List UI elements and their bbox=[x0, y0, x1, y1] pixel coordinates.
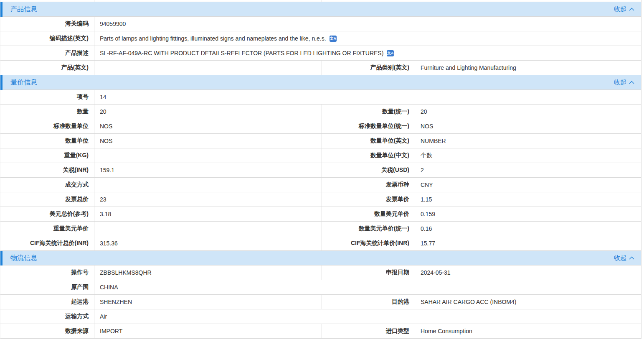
field-label: 发票总价 bbox=[0, 192, 94, 207]
section-title: 量价信息 bbox=[10, 78, 37, 87]
field-value-text: 315.36 bbox=[100, 240, 118, 247]
table-row: 编码描述(英文)Parts of lamps and lighting fitt… bbox=[0, 31, 641, 46]
table-row: 关税(INR)159.1关税(USD)2 bbox=[0, 163, 641, 178]
chevron-up-icon bbox=[629, 8, 634, 11]
field-label: 数量单位(英文) bbox=[322, 134, 415, 148]
collapse-label: 收起 bbox=[614, 79, 626, 87]
table-row: CIF海关统计总价(INR)315.36CIF海关统计单价(INR)15.77 bbox=[0, 236, 641, 251]
field-value: SL-RF-AF-049A-RC WITH PRODUCT DETAILS-RE… bbox=[94, 46, 641, 60]
field-label: 操作号 bbox=[0, 265, 94, 280]
sliver-cell bbox=[322, 0, 415, 2]
table-row: 成交方式发票币种CNY bbox=[0, 178, 641, 192]
customs-record-detail-page: 产品信息 收起 海关编码94059900编码描述(英文)Parts of lam… bbox=[0, 0, 641, 339]
field-label: 产品(英文) bbox=[0, 61, 94, 75]
field-value bbox=[94, 222, 322, 236]
collapse-label: 收起 bbox=[614, 5, 626, 13]
field-label: 数量 bbox=[0, 105, 94, 119]
field-value: 94059900 bbox=[94, 17, 641, 31]
table-row: 项号14 bbox=[0, 90, 641, 105]
field-value-text: 14 bbox=[100, 94, 106, 100]
field-label: 数据来源 bbox=[0, 324, 94, 338]
field-label: 运输方式 bbox=[0, 309, 94, 324]
section-title: 物流信息 bbox=[10, 254, 37, 263]
field-value: 2024-05-31 bbox=[415, 265, 641, 280]
field-value-text: 94059900 bbox=[100, 20, 126, 27]
field-value: 23 bbox=[94, 192, 322, 207]
field-value-text: ZBBSLHKMS8QHR bbox=[100, 269, 152, 276]
collapse-label: 收起 bbox=[614, 254, 626, 262]
section-header-logistics-info: 物流信息 收起 bbox=[0, 251, 641, 265]
field-value: 1.15 bbox=[415, 192, 641, 207]
table-row: 产品描述SL-RF-AF-049A-RC WITH PRODUCT DETAIL… bbox=[0, 46, 641, 61]
field-label: 产品描述 bbox=[0, 46, 94, 60]
field-value: 个数 bbox=[415, 148, 641, 163]
field-label: 发票币种 bbox=[322, 178, 415, 192]
field-value bbox=[94, 148, 322, 163]
section-rows: 项号14数量20数量(统一)20标准数量单位NOS标准数量单位(统一)NOS数量… bbox=[0, 90, 641, 251]
field-value: 0.159 bbox=[415, 207, 641, 221]
section-quantity-price-info: 量价信息 收起 项号14数量20数量(统一)20标准数量单位NOS标准数量单位(… bbox=[0, 75, 641, 251]
field-label: 美元总价(参考) bbox=[0, 207, 94, 221]
field-value: 3.18 bbox=[94, 207, 322, 221]
field-label: 数量单位 bbox=[0, 134, 94, 148]
field-value: SHENZHEN bbox=[94, 295, 322, 309]
table-row: 重量美元单价数量美元单价(统一)0.16 bbox=[0, 222, 641, 236]
table-row: 海关编码94059900 bbox=[0, 17, 641, 31]
field-value: IMPORT bbox=[94, 324, 322, 338]
field-label: 标准数量单位 bbox=[0, 119, 94, 133]
field-value: NOS bbox=[94, 119, 322, 133]
collapse-button[interactable]: 收起 bbox=[614, 79, 634, 87]
translate-icon[interactable]: 文A bbox=[330, 36, 337, 42]
section-accent-bar bbox=[0, 251, 3, 265]
translate-icon[interactable]: 文A bbox=[387, 50, 394, 56]
field-label: CIF海关统计总价(INR) bbox=[0, 236, 94, 250]
field-value-text: SHENZHEN bbox=[100, 299, 132, 305]
table-row: 数量20数量(统一)20 bbox=[0, 105, 641, 119]
field-value-text: 23 bbox=[100, 196, 106, 203]
field-value-text: 3.18 bbox=[100, 211, 111, 217]
section-title: 产品信息 bbox=[10, 5, 37, 14]
field-value: Furniture and Lighting Manufacturing bbox=[415, 61, 641, 75]
collapse-button[interactable]: 收起 bbox=[614, 254, 634, 262]
field-value: 0.16 bbox=[415, 222, 641, 236]
section-logistics-info: 物流信息 收起 操作号ZBBSLHKMS8QHR申报日期2024-05-31原产… bbox=[0, 251, 641, 339]
section-rows: 操作号ZBBSLHKMS8QHR申报日期2024-05-31原产国CHINA起运… bbox=[0, 265, 641, 339]
field-value: 14 bbox=[94, 90, 641, 104]
table-row: 数量单位NOS数量单位(英文)NUMBER bbox=[0, 134, 641, 148]
table-row: 标准数量单位NOS标准数量单位(统一)NOS bbox=[0, 119, 641, 134]
field-value-text: Parts of lamps and lighting fittings, il… bbox=[100, 35, 326, 42]
table-row: 美元总价(参考)3.18数量美元单价0.159 bbox=[0, 207, 641, 222]
field-label: 成交方式 bbox=[0, 178, 94, 192]
field-value: Air bbox=[94, 309, 641, 324]
section-header-quantity-price-info: 量价信息 收起 bbox=[0, 75, 641, 90]
field-value: CHINA bbox=[94, 280, 641, 294]
collapse-button[interactable]: 收起 bbox=[614, 5, 634, 13]
field-value-text: Air bbox=[100, 313, 107, 320]
section-product-info: 产品信息 收起 海关编码94059900编码描述(英文)Parts of lam… bbox=[0, 2, 641, 75]
field-value bbox=[94, 61, 322, 75]
field-value: 15.77 bbox=[415, 236, 641, 250]
field-label: 进口类型 bbox=[322, 324, 415, 338]
field-value: NOS bbox=[415, 119, 641, 133]
table-row: 操作号ZBBSLHKMS8QHR申报日期2024-05-31 bbox=[0, 265, 641, 280]
field-label: CIF海关统计单价(INR) bbox=[322, 236, 415, 250]
field-value-text: SL-RF-AF-049A-RC WITH PRODUCT DETAILS-RE… bbox=[100, 50, 383, 56]
field-label: 数量单位(中文) bbox=[322, 148, 415, 163]
sliver-cell bbox=[0, 0, 94, 2]
field-label: 项号 bbox=[0, 90, 94, 104]
section-rows: 海关编码94059900编码描述(英文)Parts of lamps and l… bbox=[0, 17, 641, 75]
field-label: 发票单价 bbox=[322, 192, 415, 207]
sliver-cell bbox=[94, 0, 322, 2]
table-row: 发票总价23发票单价1.15 bbox=[0, 192, 641, 207]
field-value-text: NOS bbox=[100, 138, 112, 144]
table-row: 原产国CHINA bbox=[0, 280, 641, 295]
field-value: SAHAR AIR CARGO ACC (INBOM4) bbox=[415, 295, 641, 309]
field-label: 申报日期 bbox=[322, 265, 415, 280]
section-header-product-info: 产品信息 收起 bbox=[0, 2, 641, 17]
field-value: 315.36 bbox=[94, 236, 322, 250]
field-label: 原产国 bbox=[0, 280, 94, 294]
section-accent-bar bbox=[0, 2, 3, 17]
field-label: 数量美元单价(统一) bbox=[322, 222, 415, 236]
field-value: NOS bbox=[94, 134, 322, 148]
field-value-text: IMPORT bbox=[100, 328, 122, 334]
